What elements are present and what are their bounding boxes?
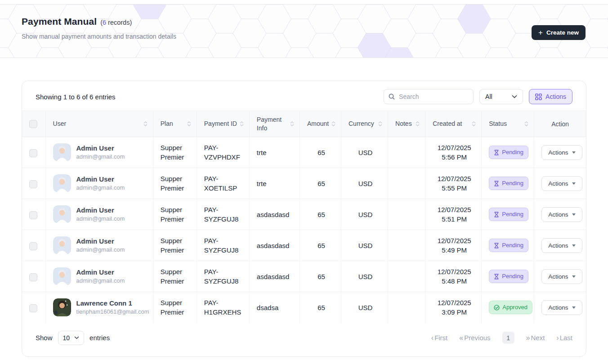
row-actions-button[interactable]: Actions (541, 176, 582, 191)
user-name: Admin User (76, 206, 125, 215)
plan-cell: Supper Premier (153, 199, 197, 230)
row-actions-button[interactable]: Actions (541, 269, 582, 284)
plan-cell: Supper Premier (153, 230, 197, 261)
double-chevron-left-icon: « (459, 334, 463, 342)
pagination-previous[interactable]: «Previous (459, 334, 490, 342)
table-row: Admin User admin@gmail.com Supper Premie… (22, 230, 586, 261)
amount-cell: 65 (300, 230, 341, 261)
column-header-created-at[interactable]: Created at (425, 111, 482, 137)
column-header-status[interactable]: Status (482, 111, 534, 137)
column-header-payment-id[interactable]: Payment ID (197, 111, 249, 137)
payment-info-cell: trte (249, 168, 300, 199)
amount-cell: 65 (300, 137, 341, 168)
user-cell: Lawrence Conn 1 tienpham16061@gmail.com (53, 298, 148, 316)
plan-cell: Supper Premier (153, 137, 197, 168)
page-size-dropdown[interactable]: 10 (58, 331, 85, 345)
bulk-actions-button[interactable]: Actions (529, 89, 572, 104)
column-header-plan[interactable]: Plan (153, 111, 197, 137)
status-cell: Pending (482, 168, 534, 199)
sort-icon (240, 121, 244, 126)
payment-id-cell: PAY-SYZFGUJ8 (197, 199, 249, 230)
created-at-cell: 12/07/2025 3:09 PM (425, 292, 482, 323)
row-actions-button[interactable]: Actions (541, 300, 582, 315)
show-label: Show (36, 334, 53, 342)
caret-down-icon (572, 306, 576, 309)
avatar (53, 298, 71, 316)
row-checkbox[interactable] (29, 304, 37, 312)
double-chevron-right-icon: » (526, 334, 530, 342)
pagination-next[interactable]: »Next (526, 334, 545, 342)
row-actions-button[interactable]: Actions (541, 207, 582, 222)
sort-icon (416, 121, 420, 126)
sort-icon (378, 121, 382, 126)
caret-down-icon (572, 275, 576, 278)
search-input[interactable] (384, 89, 474, 104)
hourglass-icon (494, 243, 499, 249)
showing-entries-text: Showing 1 to 6 of 6 entries (36, 93, 116, 101)
row-actions-button[interactable]: Actions (541, 238, 582, 253)
payment-id-cell: PAY-H1GRXEHS (197, 292, 249, 323)
user-email: admin@gmail.com (76, 246, 125, 254)
payments-table: User Plan Payment ID Payment Info Amount… (22, 111, 586, 323)
user-name: Admin User (76, 144, 125, 153)
caret-down-icon (572, 182, 576, 185)
column-header-notes[interactable]: Notes (388, 111, 425, 137)
row-checkbox[interactable] (29, 149, 37, 157)
filter-dropdown[interactable]: All (479, 89, 523, 104)
select-all-checkbox[interactable] (29, 120, 37, 128)
column-header-currency[interactable]: Currency (341, 111, 388, 137)
avatar (53, 143, 71, 161)
pagination-first[interactable]: ‹First (431, 334, 448, 342)
currency-cell: USD (341, 168, 388, 199)
hourglass-icon (494, 212, 499, 218)
column-header-payment-info[interactable]: Payment Info (249, 111, 300, 137)
row-actions-button[interactable]: Actions (541, 145, 582, 160)
payment-id-cell: PAY-SYZFGUJ8 (197, 261, 249, 292)
notes-cell (388, 261, 425, 292)
records-count: (6 records) (100, 19, 132, 26)
pagination-current-page[interactable]: 1 (502, 332, 514, 344)
sort-icon (143, 121, 148, 126)
plus-icon: + (538, 29, 543, 36)
status-badge: Pending (489, 177, 528, 190)
table-row: Admin User admin@gmail.com Supper Premie… (22, 137, 586, 168)
row-checkbox[interactable] (29, 180, 37, 188)
notes-cell (388, 168, 425, 199)
payment-id-cell: PAY-VZVPHDXF (197, 137, 249, 168)
user-name: Admin User (76, 268, 125, 277)
sort-icon (187, 121, 191, 126)
status-cell: Pending (482, 199, 534, 230)
row-checkbox[interactable] (29, 242, 37, 250)
sort-icon (524, 121, 528, 126)
caret-down-icon (572, 244, 576, 247)
create-new-button[interactable]: + Create new (532, 25, 586, 40)
page-header: Payment Manual (6 records) Show manual p… (0, 4, 608, 58)
user-cell: Admin User admin@gmail.com (53, 236, 148, 254)
sort-icon (290, 121, 294, 126)
notes-cell (388, 199, 425, 230)
row-checkbox[interactable] (29, 211, 37, 219)
amount-cell: 65 (300, 261, 341, 292)
pagination-last[interactable]: ›Last (556, 334, 572, 342)
hourglass-icon (494, 181, 499, 186)
action-cell: Actions (534, 137, 586, 168)
table-toolbar: Showing 1 to 6 of 6 entries All Actions (22, 81, 586, 111)
row-checkbox[interactable] (29, 273, 37, 281)
column-header-action: Action (534, 111, 586, 137)
created-at-cell: 12/07/2025 5:48 PM (425, 261, 482, 292)
user-name: Admin User (76, 237, 125, 246)
caret-down-icon (572, 151, 576, 154)
user-email: admin@gmail.com (76, 184, 125, 192)
payments-table-card: Showing 1 to 6 of 6 entries All Actions (22, 80, 586, 357)
column-header-user[interactable]: User (45, 111, 153, 137)
created-at-cell: 12/07/2025 5:49 PM (425, 230, 482, 261)
chevron-left-icon: ‹ (431, 334, 434, 342)
table-footer: Show 10 entries ‹First «Previous 1 »Next… (22, 323, 586, 356)
chevron-right-icon: › (556, 334, 559, 342)
status-badge: Pending (489, 270, 528, 283)
search-box (384, 89, 474, 104)
created-at-cell: 12/07/2025 5:56 PM (425, 137, 482, 168)
payment-info-cell: asdasdasd (249, 261, 300, 292)
column-header-amount[interactable]: Amount (300, 111, 341, 137)
top-strip (0, 0, 608, 4)
